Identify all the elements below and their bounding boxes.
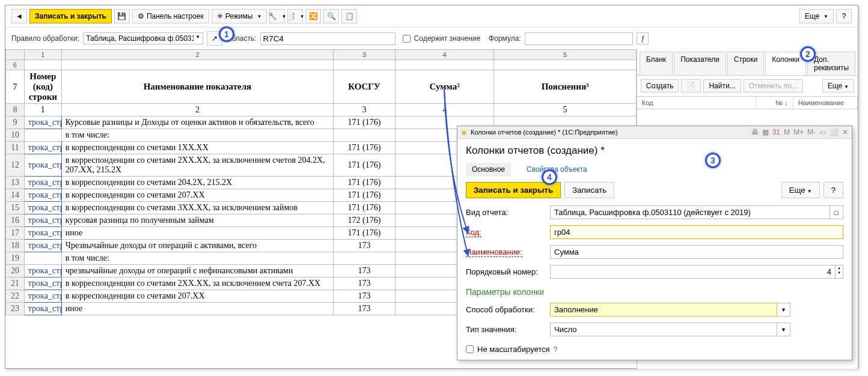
- type-dd[interactable]: ▼: [777, 323, 790, 336]
- copy-button[interactable]: 📄: [681, 79, 701, 92]
- dialog-window-title: Колонки отчетов (создание) * (1С:Предпри…: [471, 129, 618, 136]
- modes-icon: ✳: [217, 12, 223, 20]
- tool-btn-2[interactable]: 📑▼: [287, 9, 303, 23]
- lbl-order: Порядковый номер:: [466, 267, 544, 276]
- contains-value-label: Содержит значение: [414, 34, 480, 43]
- side-more-button[interactable]: Еще▼: [822, 79, 854, 92]
- print-icon[interactable]: 🖶: [751, 128, 759, 136]
- rule-bar: Правило обработки: Таблица, Расшифровка …: [5, 28, 858, 49]
- code-field[interactable]: [550, 225, 843, 239]
- tab-main[interactable]: Основное: [466, 163, 511, 176]
- spin-down[interactable]: ▼: [836, 270, 843, 275]
- name-field[interactable]: [550, 245, 843, 259]
- callout-3: 3: [705, 153, 721, 168]
- fx-button[interactable]: ƒ: [637, 32, 649, 44]
- side-tab-2[interactable]: Строки: [727, 52, 764, 75]
- dlg-save-button[interactable]: Записать: [564, 182, 614, 198]
- section-params: Параметры колонки: [466, 287, 843, 297]
- tool-btn-5[interactable]: 📋: [341, 9, 357, 23]
- side-tab-1[interactable]: Показатели: [674, 52, 726, 75]
- column-dialog: ◉ Колонки отчетов (создание) * (1С:Предп…: [457, 126, 852, 360]
- side-tabs: БланкПоказателиСтрокиКолонкиДоп. реквизи…: [637, 49, 858, 76]
- dialog-titlebar[interactable]: ◉ Колонки отчетов (создание) * (1С:Предп…: [457, 126, 852, 139]
- formula-label: Формула:: [489, 34, 521, 43]
- m-plus-icon[interactable]: M+: [793, 128, 804, 136]
- tab-props[interactable]: Свойства объекта: [521, 163, 593, 176]
- dlg-help-button[interactable]: ?: [824, 182, 843, 198]
- method-field[interactable]: [550, 303, 777, 317]
- rule-combo[interactable]: Таблица, Расшифровка ф.0503110 (де▼: [83, 32, 203, 44]
- cancel-search-button[interactable]: Отменить по...: [744, 79, 803, 92]
- gear-icon: ⚙: [138, 12, 144, 20]
- area-input[interactable]: [260, 32, 396, 45]
- col-num[interactable]: № ↓: [756, 97, 793, 109]
- calc-icon[interactable]: ▦: [762, 128, 769, 136]
- dlg-more-button[interactable]: Еще▼: [781, 182, 820, 198]
- noscale-help[interactable]: ?: [554, 345, 558, 354]
- app-icon: ◉: [461, 129, 467, 136]
- m-icon[interactable]: M: [784, 128, 790, 136]
- contains-value-checkbox[interactable]: [403, 35, 411, 43]
- lbl-report-type: Вид отчета:: [466, 208, 544, 217]
- close-icon[interactable]: ✕: [842, 128, 848, 136]
- side-tab-0[interactable]: Бланк: [640, 52, 673, 75]
- minimize-icon[interactable]: ▭: [819, 128, 826, 136]
- modes-button[interactable]: ✳Режимы▼: [212, 9, 267, 23]
- calendar-icon[interactable]: 31: [772, 128, 780, 136]
- callout-2: 2: [800, 46, 816, 62]
- more-button[interactable]: Еще▼: [799, 9, 834, 23]
- noscale-label: Не масштабируется: [477, 345, 550, 354]
- col-name-hdr[interactable]: Наименование: [793, 97, 858, 109]
- maximize-icon[interactable]: ⬜: [830, 128, 839, 136]
- method-dd[interactable]: ▼: [777, 303, 790, 317]
- m-minus-icon[interactable]: M-: [807, 128, 816, 136]
- dialog-title: Колонки отчетов (создание) *: [466, 145, 843, 157]
- nav-left-button[interactable]: ◄: [11, 9, 27, 23]
- main-toolbar: ◄ Записать и закрыть 💾 ⚙Панель настроек …: [5, 5, 858, 28]
- type-field[interactable]: [550, 323, 777, 336]
- tool-btn-4[interactable]: 🔍: [323, 9, 339, 23]
- report-type-field[interactable]: [550, 205, 830, 219]
- help-button[interactable]: ?: [836, 9, 852, 23]
- tool-btn-1[interactable]: 🔧▼: [269, 9, 285, 23]
- rule-label: Правило обработки:: [11, 34, 79, 43]
- lbl-type: Тип значения:: [466, 325, 544, 334]
- callout-1: 1: [219, 26, 234, 42]
- lbl-name: Наименование:: [466, 247, 544, 256]
- lbl-code: Код:: [466, 228, 544, 237]
- formula-input[interactable]: [525, 32, 633, 45]
- settings-panel-button[interactable]: ⚙Панель настроек: [132, 9, 209, 23]
- spin-up[interactable]: ▲: [836, 265, 843, 270]
- save-icon-button[interactable]: 💾: [114, 9, 130, 23]
- find-button[interactable]: Найти...: [703, 79, 741, 92]
- report-type-open[interactable]: ▢: [830, 205, 843, 219]
- col-code[interactable]: Код: [637, 97, 756, 109]
- order-field[interactable]: [550, 265, 836, 279]
- tool-btn-3[interactable]: 🔀: [305, 9, 321, 23]
- save-close-button[interactable]: Записать и закрыть: [29, 9, 112, 23]
- noscale-checkbox[interactable]: [466, 345, 474, 353]
- lbl-method: Способ обработки:: [466, 305, 544, 314]
- callout-4: 4: [542, 169, 557, 185]
- create-button[interactable]: Создать: [641, 79, 679, 92]
